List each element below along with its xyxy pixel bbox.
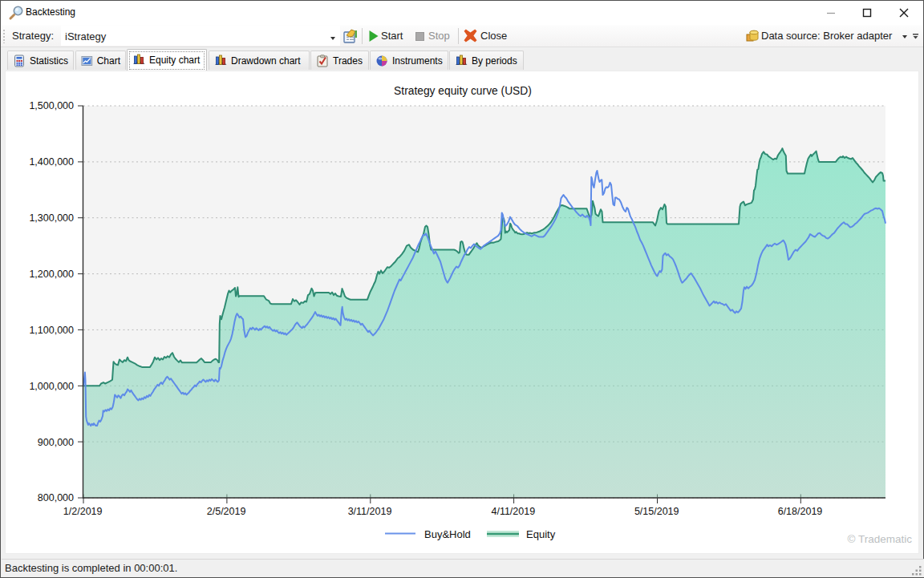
svg-text:1,200,000: 1,200,000	[29, 269, 74, 280]
svg-text:900,000: 900,000	[38, 437, 74, 448]
svg-text:1,000,000: 1,000,000	[29, 381, 74, 392]
svg-text:5/15/2019: 5/15/2019	[634, 506, 679, 517]
svg-text:Buy&Hold: Buy&Hold	[424, 528, 471, 540]
svg-text:1,400,000: 1,400,000	[29, 156, 74, 168]
svg-text:© Tradematic: © Tradematic	[848, 533, 913, 545]
svg-text:Strategy equity curve (USD): Strategy equity curve (USD)	[394, 85, 532, 97]
svg-text:1,500,000: 1,500,000	[29, 100, 74, 111]
svg-text:Equity: Equity	[526, 528, 556, 540]
svg-text:6/18/2019: 6/18/2019	[778, 506, 823, 517]
svg-text:4/11/2019: 4/11/2019	[491, 506, 535, 517]
svg-text:2/5/2019: 2/5/2019	[207, 506, 246, 517]
svg-text:1,100,000: 1,100,000	[29, 325, 74, 336]
svg-text:800,000: 800,000	[38, 492, 74, 503]
svg-text:3/11/2019: 3/11/2019	[348, 506, 392, 517]
svg-text:1,300,000: 1,300,000	[29, 212, 74, 224]
svg-text:1/2/2019: 1/2/2019	[63, 506, 103, 517]
